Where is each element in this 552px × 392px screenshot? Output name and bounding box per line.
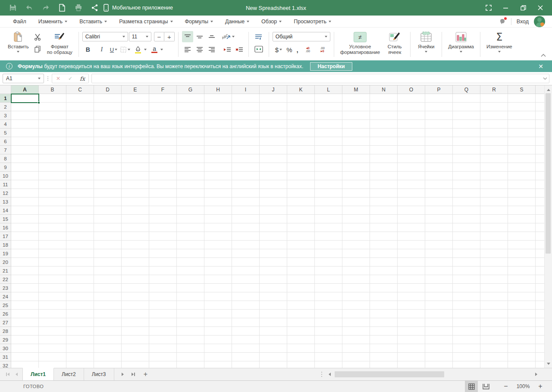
scroll-right-icon[interactable] [535, 368, 537, 380]
cell-P2[interactable] [425, 103, 453, 111]
cell-M12[interactable] [342, 189, 370, 198]
cell-Q8[interactable] [453, 154, 480, 163]
cell-B20[interactable] [39, 258, 66, 267]
cell-J29[interactable] [260, 336, 287, 344]
cell-G7[interactable] [177, 146, 204, 154]
cell-A28[interactable] [11, 327, 39, 336]
cell-I9[interactable] [232, 163, 260, 172]
sheet-tab-2[interactable]: Лист2 [54, 368, 84, 380]
cell-F4[interactable] [149, 120, 177, 129]
cell-O2[interactable] [398, 103, 425, 111]
cell-L9[interactable] [315, 163, 342, 172]
row-header-9[interactable]: 9 [0, 163, 11, 172]
cell-D25[interactable] [94, 301, 122, 310]
cell-K2[interactable] [287, 103, 315, 111]
save-icon[interactable] [8, 3, 18, 13]
cell-O16[interactable] [398, 223, 425, 232]
cell-A1[interactable] [11, 94, 39, 103]
cell-C2[interactable] [66, 103, 94, 111]
cell-M2[interactable] [342, 103, 370, 111]
cell-G16[interactable] [177, 223, 204, 232]
cell-N28[interactable] [370, 327, 398, 336]
cell-Q27[interactable] [453, 318, 480, 327]
cell-M27[interactable] [342, 318, 370, 327]
cell-S9[interactable] [508, 163, 536, 172]
cell-D7[interactable] [94, 146, 122, 154]
column-header-A[interactable]: A [11, 85, 39, 94]
cell-D19[interactable] [94, 249, 122, 258]
previous-sheet-icon[interactable] [13, 371, 20, 378]
column-header-E[interactable]: E [122, 85, 149, 94]
cell-E8[interactable] [122, 154, 149, 163]
cell-Q30[interactable] [453, 344, 480, 353]
cell-C8[interactable] [66, 154, 94, 163]
cell-L15[interactable] [315, 215, 342, 223]
new-document-icon[interactable] [57, 3, 67, 13]
cell-Q18[interactable] [453, 241, 480, 249]
cell-E24[interactable] [122, 292, 149, 301]
share-icon[interactable] [90, 3, 100, 13]
cell-R16[interactable] [480, 223, 508, 232]
cell-A6[interactable] [11, 137, 39, 146]
cell-O31[interactable] [398, 353, 425, 361]
cell-Q5[interactable] [453, 129, 480, 137]
cell-N31[interactable] [370, 353, 398, 361]
cell-K5[interactable] [287, 129, 315, 137]
cell-N2[interactable] [370, 103, 398, 111]
cell-G18[interactable] [177, 241, 204, 249]
cell-N15[interactable] [370, 215, 398, 223]
column-header-J[interactable]: J [260, 85, 287, 94]
row-header-30[interactable]: 30 [0, 344, 11, 353]
row-header-14[interactable]: 14 [0, 206, 11, 215]
cell-N10[interactable] [370, 172, 398, 180]
cell-F15[interactable] [149, 215, 177, 223]
cell-N6[interactable] [370, 137, 398, 146]
cell-C6[interactable] [66, 137, 94, 146]
cell-H8[interactable] [204, 154, 232, 163]
cell-K21[interactable] [287, 267, 315, 275]
row-header-20[interactable]: 20 [0, 258, 11, 267]
last-sheet-icon[interactable] [130, 371, 137, 378]
cell-E23[interactable] [122, 284, 149, 292]
row-header-21[interactable]: 21 [0, 267, 11, 275]
cell-R6[interactable] [480, 137, 508, 146]
cell-G20[interactable] [177, 258, 204, 267]
cell-S14[interactable] [508, 206, 536, 215]
cell-G31[interactable] [177, 353, 204, 361]
cell-O15[interactable] [398, 215, 425, 223]
cell-B14[interactable] [39, 206, 66, 215]
cell-L18[interactable] [315, 241, 342, 249]
cell-G13[interactable] [177, 198, 204, 206]
chart-button[interactable]: Диаграмма [445, 30, 477, 53]
cell-B15[interactable] [39, 215, 66, 223]
cell-A24[interactable] [11, 292, 39, 301]
cell-C19[interactable] [66, 249, 94, 258]
cell-C12[interactable] [66, 189, 94, 198]
cell-C14[interactable] [66, 206, 94, 215]
cell-D8[interactable] [94, 154, 122, 163]
cell-F19[interactable] [149, 249, 177, 258]
cell-O6[interactable] [398, 137, 425, 146]
column-header-R[interactable]: R [480, 85, 508, 94]
cell-C22[interactable] [66, 275, 94, 284]
cell-J21[interactable] [260, 267, 287, 275]
cell-O18[interactable] [398, 241, 425, 249]
cell-H10[interactable] [204, 172, 232, 180]
cell-S21[interactable] [508, 267, 536, 275]
cell-H16[interactable] [204, 223, 232, 232]
cell-R32[interactable] [480, 361, 508, 368]
cell-M20[interactable] [342, 258, 370, 267]
cell-C17[interactable] [66, 232, 94, 241]
cell-O29[interactable] [398, 336, 425, 344]
cell-E19[interactable] [122, 249, 149, 258]
vertical-scroll-thumb[interactable] [546, 93, 551, 254]
cell-Q25[interactable] [453, 301, 480, 310]
cell-Q19[interactable] [453, 249, 480, 258]
cell-L10[interactable] [315, 172, 342, 180]
cell-L13[interactable] [315, 198, 342, 206]
column-header-G[interactable]: G [177, 85, 204, 94]
cell-S7[interactable] [508, 146, 536, 154]
row-header-31[interactable]: 31 [0, 353, 11, 361]
cell-H17[interactable] [204, 232, 232, 241]
cell-H7[interactable] [204, 146, 232, 154]
